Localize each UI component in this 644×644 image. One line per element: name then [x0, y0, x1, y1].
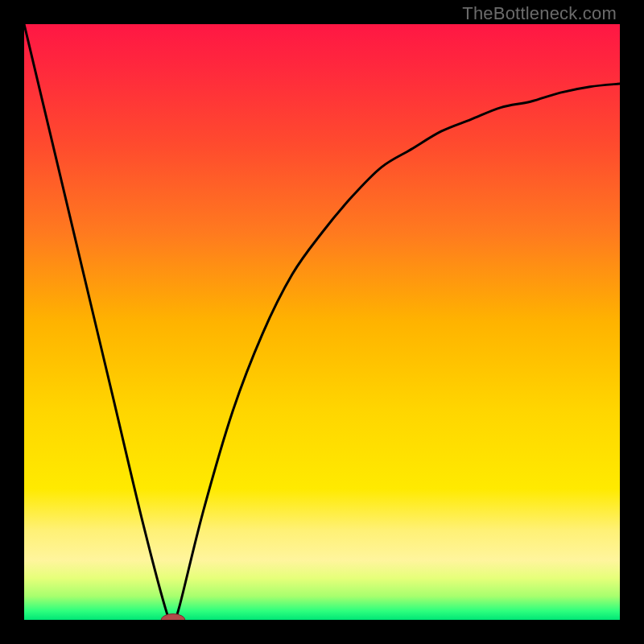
watermark-text: TheBottleneck.com — [462, 3, 617, 24]
chart-frame — [24, 24, 620, 620]
chart-svg — [24, 24, 620, 620]
gradient-background — [24, 24, 620, 620]
